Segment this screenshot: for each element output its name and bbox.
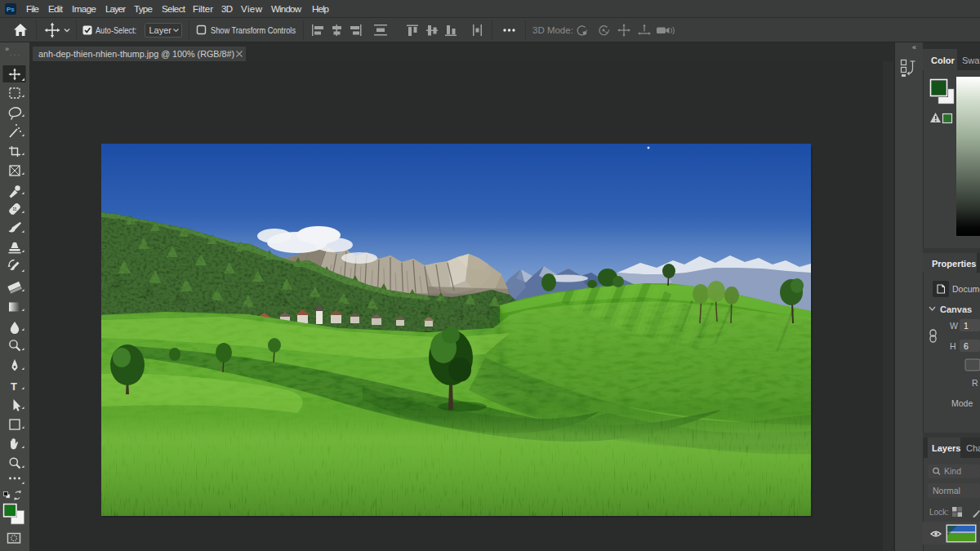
svg-text:Docume: Docume — [952, 284, 980, 294]
svg-text:Show Transform Controls: Show Transform Controls — [211, 25, 296, 35]
svg-text:Edit: Edit — [48, 4, 64, 14]
svg-text:anh-dep-thien-nhien-thump.jpg: anh-dep-thien-nhien-thump.jpg @ 100% (RG… — [38, 49, 234, 59]
svg-text:Image: Image — [72, 4, 96, 14]
svg-text:Type: Type — [134, 4, 153, 14]
svg-text:View: View — [241, 4, 263, 14]
svg-text:Ps: Ps — [7, 6, 15, 13]
svg-text:Lock:: Lock: — [929, 508, 949, 517]
svg-text:Normal: Normal — [933, 486, 960, 495]
svg-text:3D: 3D — [221, 4, 233, 14]
svg-text:Kind: Kind — [944, 466, 961, 476]
svg-text:Color: Color — [931, 56, 955, 65]
svg-text:Swat: Swat — [962, 56, 980, 65]
svg-text:Properties: Properties — [932, 259, 976, 269]
svg-text:1: 1 — [964, 321, 969, 331]
svg-text:»: » — [5, 45, 9, 53]
svg-text:W: W — [950, 321, 958, 331]
svg-text:Select: Select — [162, 4, 186, 14]
svg-text:Layer: Layer — [149, 25, 172, 35]
svg-text:File: File — [26, 4, 39, 14]
svg-text:H: H — [950, 341, 956, 351]
svg-text:Cha: Cha — [966, 443, 980, 453]
svg-text:Layer: Layer — [105, 4, 126, 14]
svg-text:6: 6 — [964, 341, 969, 351]
svg-text:Layers: Layers — [932, 443, 960, 453]
svg-text:Help: Help — [312, 4, 329, 14]
svg-text:T: T — [11, 380, 17, 393]
svg-text:Filter: Filter — [193, 4, 213, 14]
svg-text:Mode: Mode — [951, 398, 973, 408]
svg-text:«: « — [912, 43, 916, 51]
svg-text:Auto-Select:: Auto-Select: — [96, 25, 136, 35]
svg-text:3D Mode:: 3D Mode: — [532, 25, 573, 35]
svg-text:Window: Window — [271, 4, 302, 14]
svg-text:R: R — [972, 378, 978, 388]
svg-text:Canvas: Canvas — [940, 304, 972, 314]
